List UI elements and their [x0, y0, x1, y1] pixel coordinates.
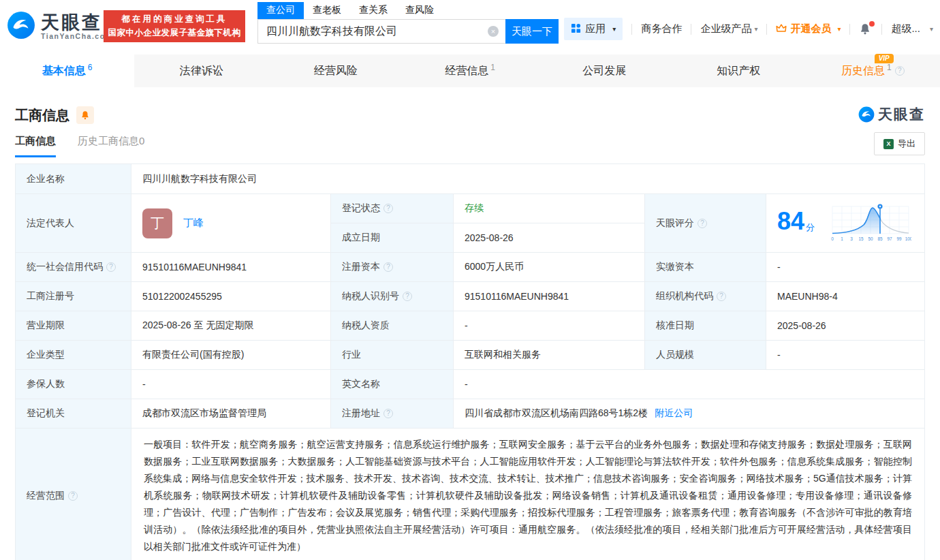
help-icon[interactable]: ? — [895, 66, 905, 76]
company-name-label: 企业名称 — [16, 164, 131, 193]
tab-count: 6 — [88, 63, 93, 72]
subtab-count: 0 — [139, 135, 144, 146]
export-button[interactable]: X 导出 — [874, 132, 925, 155]
company-type-value: 有限责任公司(国有控股) — [131, 341, 331, 369]
nav-business-cooperation[interactable]: 商务合作 — [641, 22, 682, 35]
brand-domain: TianYanCha.com — [41, 32, 112, 40]
table-row: 参保人数 - 英文名称 - — [16, 370, 924, 399]
approval-date-label: 核准日期 — [645, 311, 766, 340]
chevron-down-icon: ▾ — [754, 25, 757, 33]
search-tab-risk[interactable]: 查风险 — [396, 2, 443, 19]
search-tab-boss[interactable]: 查老板 — [304, 2, 350, 19]
score-unit: 分 — [806, 221, 815, 234]
insured-count-value: - — [131, 370, 331, 399]
clear-search-icon[interactable]: × — [488, 26, 499, 37]
divider — [691, 24, 691, 35]
tab-label: 经营风险 — [314, 64, 358, 78]
tab-label: 法律诉讼 — [180, 64, 223, 78]
nearby-companies-link[interactable]: 附近公司 — [655, 407, 693, 420]
divider — [849, 24, 850, 35]
subtab-label: 历史工商信息 — [78, 135, 139, 146]
tab-label: 公司发展 — [582, 64, 626, 78]
tab-label: 历史信息 — [841, 64, 885, 78]
site-logo[interactable]: 天眼查 TianYanCha.com — [7, 11, 112, 42]
table-row: 经营范围? 一般项目：软件开发；航空商务服务；航空运营支持服务；信息系统运行维护… — [16, 429, 924, 560]
staff-size-label: 人员规模 — [645, 341, 766, 369]
reg-status-value: 存续 — [454, 194, 644, 223]
nav-enterprise-products[interactable]: 企业级产品 ▾ — [700, 22, 757, 35]
org-code-value: MAEUNH98-4 — [766, 282, 924, 311]
open-membership-button[interactable]: 开通会员 ▾ — [776, 22, 841, 35]
table-row: 登记机关 成都市双流区市场监督管理局 注册地址? 四川省成都市双流区机场南四路6… — [16, 399, 924, 429]
tab-label: 经营信息 — [445, 64, 488, 78]
slogan-line1: 都在用的商业查询工具 — [122, 14, 228, 25]
excel-icon: X — [883, 139, 894, 149]
tab-operating-risk[interactable]: 经营风险 — [268, 55, 403, 87]
notifications-bell-icon[interactable] — [859, 22, 873, 36]
taxpayer-id-label: 纳税人识别号? — [331, 282, 454, 311]
table-row: 营业期限 2025-08-26 至 无固定期限 纳税人资质 - 核准日期 202… — [16, 311, 924, 341]
svg-text:3: 3 — [850, 236, 853, 241]
subtab-business-info[interactable]: 工商信息 — [15, 135, 56, 157]
staff-size-value: - — [766, 341, 924, 369]
tianyancha-company-page: 天眼查 TianYanCha.com 都在用的商业查询工具 国家中小企业发展子基… — [0, 0, 940, 560]
apps-grid-icon — [571, 23, 581, 35]
help-icon[interactable]: ? — [106, 262, 116, 272]
help-icon[interactable]: ? — [403, 292, 412, 301]
section-title: 工商信息 — [15, 106, 69, 125]
legal-rep-name-link[interactable]: 丁峰 — [183, 217, 204, 230]
company-search-input[interactable] — [257, 19, 505, 44]
table-row: 法定代表人 丁 丁峰 登记状态? 存续 成立日期 2025-08-26 — [16, 194, 924, 253]
svg-text:97: 97 — [887, 236, 892, 241]
header-nav: 应用 ▾ 商务合作 企业级产品 ▾ 开通会员 ▾ — [564, 18, 933, 40]
tab-basic-info[interactable]: 基本信息 6 — [0, 55, 134, 87]
reg-authority-label: 登记机关 — [16, 399, 131, 428]
establish-date-value: 2025-08-26 — [454, 223, 644, 252]
reg-number-label: 工商注册号 — [16, 282, 131, 311]
english-name-label: 英文名称 — [331, 370, 454, 399]
legal-rep-avatar[interactable]: 丁 — [142, 208, 172, 238]
svg-text:85: 85 — [877, 236, 883, 241]
paid-capital-label: 实缴资本 — [645, 253, 766, 281]
monitor-bell-button[interactable] — [76, 106, 94, 124]
tab-company-development[interactable]: 公司发展 — [537, 55, 672, 87]
tab-intellectual-property[interactable]: 知识产权 — [672, 55, 806, 87]
tab-legal-proceedings[interactable]: 法律诉讼 — [134, 55, 268, 87]
org-code-label: 组织机构代码? — [645, 282, 766, 311]
crown-icon — [776, 23, 787, 35]
paid-capital-value: - — [766, 253, 924, 281]
reg-address-value: 四川省成都市双流区机场南四路68号1栋2楼 附近公司 — [454, 399, 924, 428]
export-label: 导出 — [898, 138, 915, 150]
search-tab-relation[interactable]: 查关系 — [350, 2, 396, 19]
apps-label: 应用 — [585, 22, 606, 35]
reg-capital-label: 注册资本? — [331, 253, 454, 281]
subtab-row: 工商信息 历史工商信息0 X 导出 — [15, 135, 925, 157]
reg-address-label: 注册地址? — [331, 399, 454, 428]
reg-number-value: 510122002455295 — [131, 282, 331, 311]
help-icon[interactable]: ? — [698, 219, 707, 228]
apps-menu-button[interactable]: 应用 ▾ — [564, 18, 623, 40]
user-account-menu[interactable]: 超级... ▾ — [891, 22, 933, 35]
business-info-table: 企业名称 四川川航数字科技有限公司 法定代表人 丁 丁峰 登记状态? 存续 — [15, 164, 925, 560]
subtab-history-business-info[interactable]: 历史工商信息0 — [78, 135, 144, 155]
table-row: 工商注册号 510122002455295 纳税人识别号? 91510116MA… — [16, 282, 924, 311]
reg-authority-value: 成都市双流区市场监督管理局 — [131, 399, 331, 428]
chevron-down-icon: ▾ — [612, 25, 616, 33]
membership-label: 开通会员 — [790, 22, 831, 35]
table-row: 统一社会信用代码? 91510116MAEUNH9841 注册资本? 6000万… — [16, 253, 924, 282]
business-scope-value: 一般项目：软件开发；航空商务服务；航空运营支持服务；信息系统运行维护服务；互联网… — [131, 429, 924, 560]
divider — [766, 24, 767, 35]
tianyancha-logo-icon — [7, 11, 35, 42]
help-icon[interactable]: ? — [383, 262, 393, 272]
tab-history-info[interactable]: 历史信息 1 ? VIP — [806, 55, 940, 87]
search-submit-button[interactable]: 天眼一下 — [505, 19, 559, 44]
help-icon[interactable]: ? — [383, 409, 393, 418]
help-icon[interactable]: ? — [717, 292, 726, 301]
reg-status-label: 登记状态? — [331, 194, 454, 223]
svg-text:1: 1 — [841, 236, 843, 241]
search-tab-company[interactable]: 查公司 — [257, 2, 304, 19]
brand-slogan-banner: 都在用的商业查询工具 国家中小企业发展子基金旗下机构 — [104, 10, 245, 42]
help-icon[interactable]: ? — [383, 204, 393, 213]
help-icon[interactable]: ? — [68, 491, 78, 501]
tab-business-info[interactable]: 经营信息 1 — [403, 55, 537, 87]
